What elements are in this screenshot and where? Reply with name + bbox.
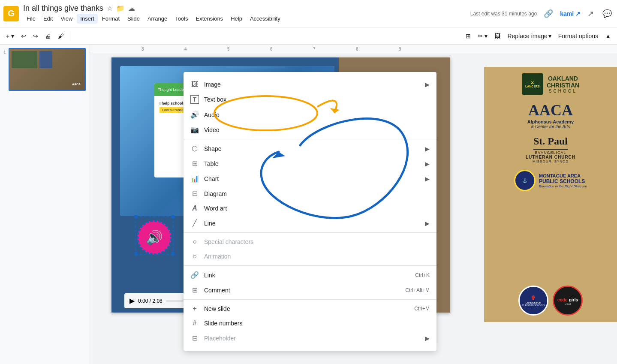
comment-shortcut: Ctrl+Alt+M xyxy=(405,287,430,293)
content-area: 3 4 5 6 7 8 9 Thought Leadership, LLC — … xyxy=(90,45,617,364)
menu-view[interactable]: View xyxy=(57,14,76,24)
insert-special-chars-label: Special characters xyxy=(204,238,430,245)
doc-title-text[interactable]: In all things give thanks xyxy=(23,4,103,13)
menu-file[interactable]: File xyxy=(23,14,39,24)
menu-arrange[interactable]: Arrange xyxy=(144,14,171,24)
insert-table-item[interactable]: ⊞ Table ▶ xyxy=(184,156,436,171)
insert-comment-item[interactable]: ⊞ Comment Ctrl+Alt+M xyxy=(184,283,436,298)
shape-submenu-arrow: ▶ xyxy=(425,145,430,152)
link-shortcut: Ctrl+K xyxy=(415,272,430,278)
audio-icon-overlay[interactable]: 🔊 xyxy=(137,220,172,255)
shape-icon: ⬡ xyxy=(190,144,199,153)
toolbar-image-btn[interactable]: 🖼 xyxy=(492,31,503,41)
insert-image-label: Image xyxy=(204,81,420,88)
insert-slide-numbers-label: Slide numbers xyxy=(204,320,430,327)
toolbar-redo[interactable]: ↪ xyxy=(30,31,41,41)
insert-chart-item[interactable]: 📊 Chart ▶ xyxy=(184,171,436,186)
insert-wordart-label: Word art xyxy=(204,205,430,212)
placeholder-submenu-arrow: ▶ xyxy=(425,335,430,342)
menu-edit[interactable]: Edit xyxy=(40,14,56,24)
menu-section-shapes: ⬡ Shape ▶ ⊞ Table ▶ 📊 Chart ▶ ⊟ Diagram xyxy=(184,139,436,233)
audio-menu-icon: 🔊 xyxy=(190,111,199,119)
special-chars-icon: ○ xyxy=(190,238,199,246)
kami-button[interactable]: kami ↗ xyxy=(560,10,581,17)
toolbar-collapse[interactable]: ▲ xyxy=(602,31,614,41)
comment-menu-icon: ⊞ xyxy=(190,286,199,294)
table-submenu-arrow: ▶ xyxy=(425,160,430,167)
play-button[interactable]: ▶ xyxy=(129,297,135,305)
menu-section-media: 🖼 Image ▶ T Text box 🔊 Audio 📷 Video xyxy=(184,75,436,139)
menu-help[interactable]: Help xyxy=(227,14,246,24)
insert-audio-item[interactable]: 🔊 Audio xyxy=(184,107,436,122)
chart-submenu-arrow: ▶ xyxy=(425,175,430,182)
cloud-icon[interactable]: ☁ xyxy=(128,4,135,12)
link-icon: 🔗 xyxy=(190,271,199,279)
menu-format[interactable]: Format xyxy=(99,14,123,24)
insert-video-item[interactable]: 📷 Video xyxy=(184,122,436,137)
insert-special-chars-item: ○ Special characters xyxy=(184,235,436,249)
menu-section-link: 🔗 Link Ctrl+K ⊞ Comment Ctrl+Alt+M xyxy=(184,266,436,300)
menu-accessibility[interactable]: Accessibility xyxy=(247,14,284,24)
toolbar-crop-icon[interactable]: ⊞ xyxy=(463,31,473,41)
insert-textbox-label: Text box xyxy=(204,96,430,103)
animation-icon: ○ xyxy=(190,253,199,260)
insert-shape-item[interactable]: ⬡ Shape ▶ xyxy=(184,141,436,156)
replace-image-btn[interactable]: Replace image ▾ xyxy=(505,31,554,41)
logo-aaca: AACA Alphonsus Academy & Center for the … xyxy=(527,101,574,129)
insert-line-item[interactable]: ╱ Line ▶ xyxy=(184,216,436,231)
comment-icon[interactable]: 💬 xyxy=(601,7,614,20)
app-icon[interactable]: G xyxy=(3,6,19,21)
folder-icon[interactable]: 📁 xyxy=(116,4,125,12)
insert-dropdown-menu: 🖼 Image ▶ T Text box 🔊 Audio 📷 Video xyxy=(184,72,436,351)
insert-animation-label: Animation xyxy=(204,253,430,260)
trending-icon[interactable]: ↗ xyxy=(586,7,596,20)
toolbar-add[interactable]: + ▾ xyxy=(3,31,17,41)
insert-wordart-item[interactable]: A Word art xyxy=(184,201,436,216)
menu-section-special: ○ Special characters ○ Animation xyxy=(184,233,436,266)
menu-insert[interactable]: Insert xyxy=(77,14,98,24)
format-options-btn[interactable]: Format options xyxy=(556,31,601,41)
kami-link-icon[interactable]: 🔗 xyxy=(542,7,555,20)
menu-slide[interactable]: Slide xyxy=(124,14,143,24)
last-edit-text: Last edit was 31 minutes ago xyxy=(470,11,537,17)
slide-number: 1 xyxy=(3,50,6,55)
insert-audio-label: Audio xyxy=(204,111,430,118)
toolbar-crop-btn[interactable]: ✂ ▾ xyxy=(475,31,490,41)
insert-comment-label: Comment xyxy=(204,287,400,294)
insert-video-label: Video xyxy=(204,126,430,133)
right-logos-panel: ⚔LANCERS OAKLAND CHRISTIAN SCHOOL AACA A… xyxy=(484,67,617,322)
slide-thumbnail[interactable]: AACA xyxy=(9,48,86,91)
line-submenu-arrow: ▶ xyxy=(425,220,430,227)
toolbar-divider-1 xyxy=(70,31,70,41)
ruler: 3 4 5 6 7 8 9 xyxy=(90,45,617,54)
insert-table-label: Table xyxy=(204,160,420,167)
video-time: 0:00 / 2:08 xyxy=(138,298,163,304)
toolbar: + ▾ ↩ ↪ 🖨 🖌 ⊞ ✂ ▾ 🖼 Replace image ▾ Form… xyxy=(0,27,617,45)
wordart-icon: A xyxy=(190,205,199,212)
insert-slide-numbers-item[interactable]: # Slide numbers xyxy=(184,316,436,331)
insert-placeholder-item: ⊟ Placeholder ▶ xyxy=(184,331,436,346)
menu-tools[interactable]: Tools xyxy=(172,14,191,24)
insert-diagram-label: Diagram xyxy=(204,190,430,197)
insert-diagram-item[interactable]: ⊟ Diagram xyxy=(184,186,436,201)
insert-new-slide-item[interactable]: + New slide Ctrl+M xyxy=(184,301,436,316)
slide-numbers-icon: # xyxy=(190,319,199,327)
title-area: In all things give thanks ☆ 📁 ☁ File Edi… xyxy=(23,4,470,24)
toolbar-undo[interactable]: ↩ xyxy=(18,31,29,41)
new-slide-shortcut: Ctrl+M xyxy=(414,306,430,312)
toolbar-print[interactable]: 🖨 xyxy=(42,31,54,41)
main-area: 1 AACA 3 4 5 6 7 8 9 xyxy=(0,45,617,364)
insert-link-item[interactable]: 🔗 Link Ctrl+K xyxy=(184,268,436,283)
chart-icon: 📊 xyxy=(190,174,199,183)
logo-montague: ⚓ Montague Area Public Schools Education… xyxy=(514,170,587,191)
toolbar-paint[interactable]: 🖌 xyxy=(55,31,66,41)
logo-oakland: ⚔LANCERS OAKLAND CHRISTIAN SCHOOL xyxy=(522,73,579,95)
menu-extensions[interactable]: Extensions xyxy=(193,14,227,24)
image-icon: 🖼 xyxy=(190,81,199,88)
insert-textbox-item[interactable]: T Text box xyxy=(184,92,436,107)
insert-image-item[interactable]: 🖼 Image ▶ xyxy=(184,77,436,92)
slide-panel: 1 AACA xyxy=(0,45,90,364)
insert-new-slide-label: New slide xyxy=(204,305,409,312)
star-icon[interactable]: ☆ xyxy=(107,4,113,12)
textbox-icon: T xyxy=(190,95,199,104)
